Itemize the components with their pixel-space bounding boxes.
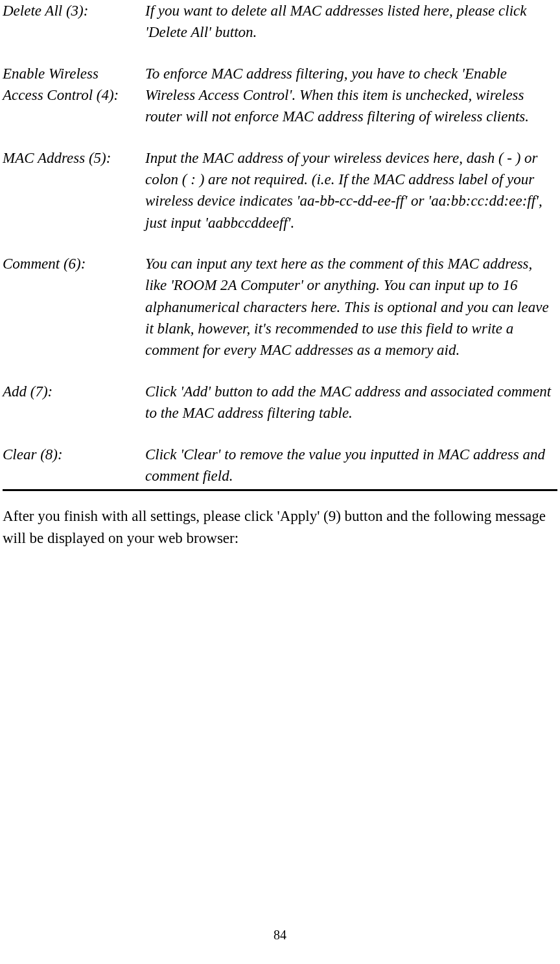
definition-description: You can input any text here as the comme…	[145, 253, 557, 361]
definition-term: MAC Address (5):	[3, 147, 145, 169]
definition-list: Delete All (3): If you want to delete al…	[3, 0, 557, 487]
definition-entry: Clear (8): Click 'Clear' to remove the v…	[3, 444, 557, 487]
definition-term: Comment (6):	[3, 253, 145, 274]
definition-entry: Delete All (3): If you want to delete al…	[3, 0, 557, 43]
definition-term: Clear (8):	[3, 444, 145, 465]
page-number: 84	[0, 926, 560, 945]
definition-description: If you want to delete all MAC addresses …	[145, 0, 557, 43]
definition-entry: MAC Address (5): Input the MAC address o…	[3, 147, 557, 234]
closing-paragraph: After you finish with all settings, plea…	[3, 505, 557, 549]
definition-entry: Enable Wireless Access Control (4): To e…	[3, 63, 557, 128]
definition-term: Add (7):	[3, 381, 145, 402]
definition-term: Enable Wireless Access Control (4):	[3, 63, 145, 106]
definition-entry: Add (7): Click 'Add' button to add the M…	[3, 381, 557, 424]
definition-term: Delete All (3):	[3, 0, 145, 21]
definition-description: Click 'Clear' to remove the value you in…	[145, 444, 557, 487]
definition-description: Input the MAC address of your wireless d…	[145, 147, 557, 234]
definition-description: Click 'Add' button to add the MAC addres…	[145, 381, 557, 424]
document-page: Delete All (3): If you want to delete al…	[0, 0, 560, 549]
section-divider	[3, 489, 557, 491]
definition-description: To enforce MAC address filtering, you ha…	[145, 63, 557, 128]
definition-entry: Comment (6): You can input any text here…	[3, 253, 557, 361]
